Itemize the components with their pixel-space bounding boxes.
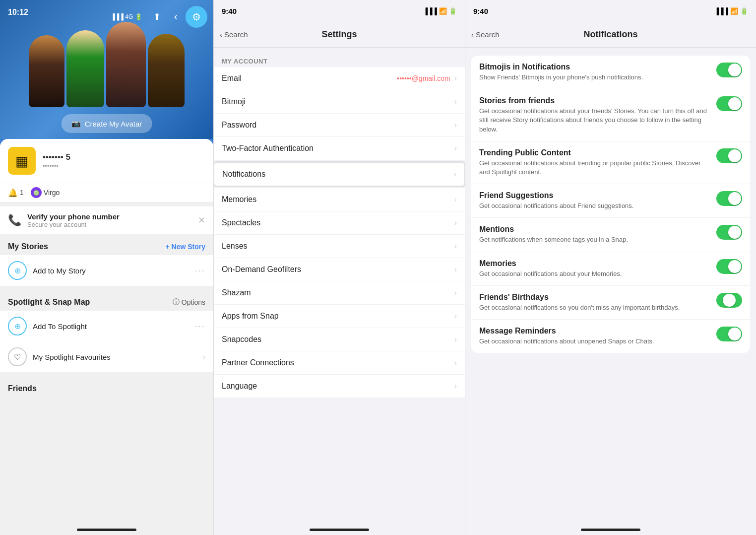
settings-bitmoji-item[interactable]: Bitmoji › bbox=[214, 90, 465, 114]
profile-panel: 10:12 ▐▐▐ 4G 🔋 ⬆ ‹ ⚙ 📷 Create My Avatar … bbox=[0, 0, 213, 535]
search-back-label: Search bbox=[224, 30, 248, 39]
toggle-friends-birthdays[interactable] bbox=[716, 293, 742, 308]
qr-code[interactable]: ▦ bbox=[8, 147, 36, 175]
notif-desc-friend-suggestions: Get occasional notifications about Frien… bbox=[479, 201, 710, 210]
add-to-story-item[interactable]: ⊕ Add to My Story ··· bbox=[0, 255, 213, 286]
signal-icon-p3: ▐▐▐ bbox=[714, 7, 728, 15]
on-demand-chevron: › bbox=[454, 265, 457, 274]
notif-item-stories-from-friends: Stories from friendsGet occasional notif… bbox=[471, 89, 750, 141]
settings-language-item[interactable]: Language › bbox=[214, 375, 465, 398]
toggle-stories-from-friends[interactable] bbox=[716, 96, 742, 111]
email-chevron: › bbox=[454, 74, 457, 83]
my-spotlight-favourites-item[interactable]: ♡ My Spotlight Favourites › bbox=[0, 341, 213, 372]
settings-apps-from-snap-item[interactable]: Apps from Snap › bbox=[214, 305, 465, 328]
add-to-spotlight-item[interactable]: ⊕ Add To Spotlight ··· bbox=[0, 311, 213, 341]
toggle-friend-suggestions[interactable] bbox=[716, 191, 742, 206]
partner-connections-chevron: › bbox=[454, 358, 457, 367]
toggle-memories[interactable] bbox=[716, 259, 742, 274]
signal-icon: ▐▐▐ 4G 🔋 bbox=[111, 13, 142, 20]
settings-status-bar: 9:40 ▐▐▐ 📶 🔋 bbox=[214, 0, 465, 22]
back-button-p1[interactable]: ‹ bbox=[172, 8, 180, 25]
settings-password-item[interactable]: Password › bbox=[214, 114, 465, 137]
new-story-button[interactable]: + New Story bbox=[165, 243, 205, 251]
settings-snapcodes-item[interactable]: Snapcodes › bbox=[214, 328, 465, 351]
zodiac-label: Virgo bbox=[44, 189, 60, 197]
settings-email-item[interactable]: Email ••••••@gmail.com › bbox=[214, 67, 465, 90]
memories-label: Memories bbox=[222, 195, 256, 204]
settings-title: Settings bbox=[321, 29, 357, 40]
snapcodes-label: Snapcodes bbox=[222, 335, 261, 344]
settings-list: MY ACCOUNT Email ••••••@gmail.com › Bitm… bbox=[214, 48, 465, 523]
zodiac-icon: ♍ bbox=[31, 187, 42, 198]
password-label: Password bbox=[222, 121, 256, 130]
camera-icon: 📷 bbox=[71, 119, 81, 128]
create-avatar-button[interactable]: 📷 Create My Avatar bbox=[62, 114, 152, 133]
two-factor-chevron: › bbox=[454, 144, 457, 153]
shazam-label: Shazam bbox=[222, 288, 251, 297]
toggle-mentions[interactable] bbox=[716, 225, 742, 240]
username-sub: ••••••• bbox=[43, 162, 205, 170]
toggle-thumb-bitmojis-in-notifications bbox=[728, 64, 741, 76]
back-chevron-icon: ‹ bbox=[220, 30, 222, 39]
notif-desc-bitmojis-in-notifications: Show Friends' Bitmojis in your phone's p… bbox=[479, 73, 710, 82]
username: ••••••• 5 bbox=[43, 152, 205, 162]
avatar-figure-4 bbox=[148, 34, 185, 107]
settings-gear-button[interactable]: ⚙ bbox=[186, 6, 207, 28]
spectacles-label: Spectacles bbox=[222, 218, 260, 227]
notifications-back-button[interactable]: ‹ Search bbox=[471, 30, 500, 39]
verify-close-button[interactable]: ✕ bbox=[198, 215, 205, 226]
settings-lenses-item[interactable]: Lenses › bbox=[214, 235, 465, 258]
lenses-label: Lenses bbox=[222, 242, 248, 251]
zodiac-item: ♍ Virgo bbox=[31, 187, 60, 198]
heart-icon: ♡ bbox=[8, 347, 27, 366]
story-more-icon[interactable]: ··· bbox=[195, 266, 205, 276]
settings-spectacles-item[interactable]: Spectacles › bbox=[214, 211, 465, 235]
upload-button[interactable]: ⬆ bbox=[148, 8, 166, 26]
wifi-icon-p3: 📶 bbox=[730, 7, 738, 15]
chevron-right-icon: › bbox=[203, 352, 205, 361]
my-stories-section-header: My Stories + New Story bbox=[0, 234, 213, 255]
avatar-figure-2 bbox=[66, 30, 104, 107]
settings-header: ‹ Search Settings bbox=[214, 22, 465, 48]
spotlight-more-icon[interactable]: ··· bbox=[195, 321, 205, 332]
toggle-message-reminders[interactable] bbox=[716, 327, 742, 341]
notifications-status-icons: ▐▐▐ 📶 🔋 bbox=[714, 7, 748, 15]
battery-icon-p3: 🔋 bbox=[740, 7, 748, 15]
settings-2fa-item[interactable]: Two-Factor Authentication › bbox=[214, 137, 465, 160]
settings-shazam-item[interactable]: Shazam › bbox=[214, 281, 465, 305]
email-value: ••••••@gmail.com bbox=[397, 74, 450, 82]
toggle-thumb-friends-birthdays bbox=[723, 294, 736, 307]
notifications-chevron: › bbox=[454, 170, 456, 179]
username-area: ••••••• 5 ••••••• bbox=[43, 152, 205, 170]
settings-on-demand-item[interactable]: On-Demand Geofilters › bbox=[214, 258, 465, 281]
settings-memories-item[interactable]: Memories › bbox=[214, 188, 465, 211]
notif-desc-stories-from-friends: Get occasional notifications about your … bbox=[479, 107, 710, 134]
apps-from-snap-chevron: › bbox=[454, 312, 457, 321]
info-icon: ⓘ bbox=[173, 298, 180, 307]
toggle-bitmojis-in-notifications[interactable] bbox=[716, 63, 742, 77]
streak-area: 🔔 1 ♍ Virgo bbox=[0, 183, 213, 202]
settings-partner-connections-item[interactable]: Partner Connections › bbox=[214, 351, 465, 375]
settings-notifications-item[interactable]: Notifications › bbox=[214, 162, 465, 186]
verify-phone-banner: 📞 Verify your phone number Secure your a… bbox=[0, 206, 213, 234]
add-to-story-label: Add to My Story bbox=[33, 267, 189, 275]
notifications-time: 9:40 bbox=[473, 7, 488, 15]
email-label: Email bbox=[222, 74, 242, 83]
profile-info: ▦ ••••••• 5 ••••••• bbox=[0, 139, 213, 183]
notif-text-friend-suggestions: Friend SuggestionsGet occasional notific… bbox=[479, 191, 710, 210]
apps-from-snap-label: Apps from Snap bbox=[222, 312, 279, 321]
notif-title-friend-suggestions: Friend Suggestions bbox=[479, 191, 710, 200]
notif-title-trending-public-content: Trending Public Content bbox=[479, 148, 710, 157]
notif-text-mentions: MentionsGet notifications when someone t… bbox=[479, 225, 710, 244]
streak-count: 1 bbox=[20, 189, 24, 197]
settings-back-button[interactable]: ‹ Search bbox=[220, 30, 248, 39]
notif-desc-mentions: Get notifications when someone tags you … bbox=[479, 235, 710, 244]
notifications-status-bar: 9:40 ▐▐▐ 📶 🔋 bbox=[465, 0, 756, 22]
verify-sub: Secure your account bbox=[27, 221, 192, 228]
toggle-trending-public-content[interactable] bbox=[716, 148, 742, 163]
notif-text-friends-birthdays: Friends' BirthdaysGet occasional notific… bbox=[479, 293, 710, 312]
notif-title-friends-birthdays: Friends' Birthdays bbox=[479, 293, 710, 302]
friends-section: Friends bbox=[0, 376, 213, 401]
options-button[interactable]: ⓘ Options bbox=[173, 298, 205, 307]
my-account-section-label: MY ACCOUNT bbox=[214, 54, 465, 67]
